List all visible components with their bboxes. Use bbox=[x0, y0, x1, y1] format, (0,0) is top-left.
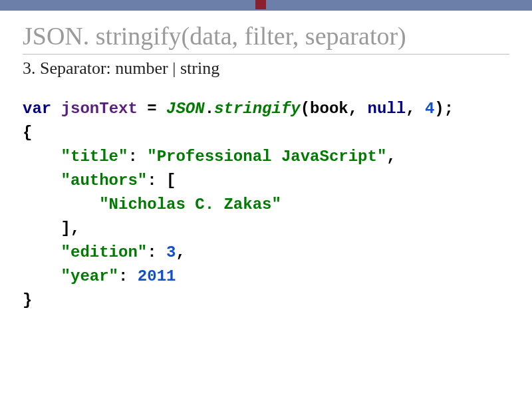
json-value-edition: 3 bbox=[166, 243, 176, 261]
comma: , bbox=[70, 219, 80, 237]
variable-name: jsonText bbox=[61, 100, 138, 118]
json-value-author: "Nicholas C. Zakas" bbox=[99, 196, 281, 213]
colon: : bbox=[147, 172, 166, 190]
json-key-year: "year" bbox=[61, 267, 118, 285]
slide-content: JSON. stringify(data, filter, separator)… bbox=[0, 11, 532, 313]
slide: JSON. stringify(data, filter, separator)… bbox=[0, 0, 532, 399]
class-json: JSON bbox=[166, 100, 205, 118]
method-stringify: stringify bbox=[214, 100, 301, 118]
comma: , bbox=[386, 148, 396, 166]
open-paren: ( bbox=[301, 100, 310, 118]
arg-book: book bbox=[310, 100, 348, 118]
comma: , bbox=[406, 100, 425, 118]
indent bbox=[23, 243, 61, 261]
json-value-title: "Professional JavaScript" bbox=[147, 148, 386, 166]
colon: : bbox=[128, 148, 147, 166]
json-key-authors: "authors" bbox=[61, 172, 148, 190]
arg-null: null bbox=[368, 100, 406, 118]
indent bbox=[23, 172, 61, 190]
top-accent-bar bbox=[0, 0, 532, 11]
close-call: ); bbox=[434, 100, 454, 118]
colon: : bbox=[147, 243, 166, 261]
array-open: [ bbox=[166, 172, 176, 190]
dot: . bbox=[205, 100, 214, 118]
indent bbox=[23, 219, 61, 237]
slide-subtitle: 3. Separator: number | string bbox=[23, 59, 509, 78]
json-key-edition: "edition" bbox=[61, 243, 148, 261]
close-brace: } bbox=[23, 291, 32, 309]
comma: , bbox=[348, 100, 368, 118]
slide-title: JSON. stringify(data, filter, separator) bbox=[23, 21, 509, 55]
equals: = bbox=[138, 100, 166, 118]
indent bbox=[23, 148, 61, 166]
array-close: ] bbox=[61, 219, 70, 237]
json-value-year: 2011 bbox=[138, 267, 176, 285]
indent bbox=[23, 267, 61, 285]
colon: : bbox=[118, 267, 138, 285]
code-block: var jsonText = JSON.stringify(book, null… bbox=[23, 97, 509, 313]
arg-indent: 4 bbox=[425, 100, 434, 118]
comma: , bbox=[176, 243, 185, 261]
keyword-var: var bbox=[23, 100, 51, 118]
indent bbox=[23, 196, 99, 213]
json-key-title: "title" bbox=[61, 148, 128, 166]
open-brace: { bbox=[23, 124, 32, 142]
